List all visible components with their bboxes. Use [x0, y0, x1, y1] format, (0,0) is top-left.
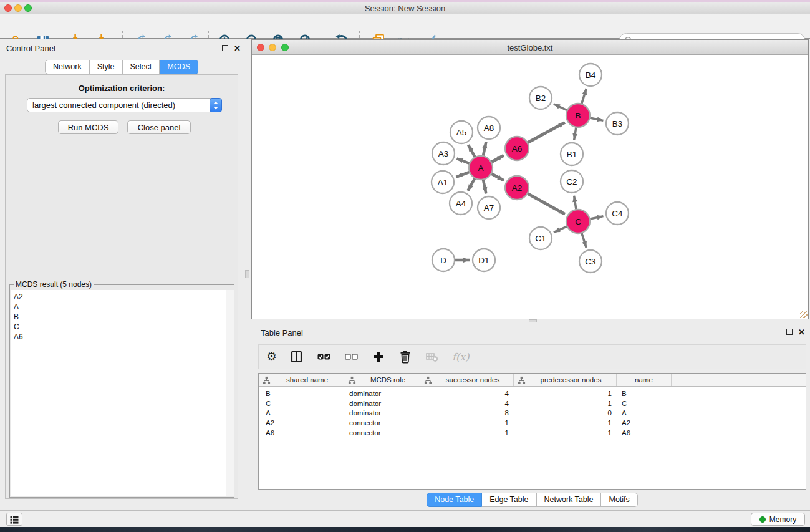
node-table[interactable]: shared nameMCDS rolesuccessor nodesprede…	[258, 373, 806, 490]
graph-node-C3[interactable]: C3	[579, 250, 602, 273]
table-row[interactable]: Cdominator41C	[259, 399, 806, 409]
graph-node-C[interactable]: C	[566, 210, 590, 233]
delete-column-icon[interactable]	[398, 350, 412, 364]
tab-network[interactable]: Network	[45, 60, 90, 74]
table-row[interactable]: Adominator80A	[259, 409, 806, 418]
table-row[interactable]: A2connector11A2	[259, 418, 806, 428]
close-panel-icon[interactable]: ✕	[234, 45, 241, 52]
tab-motifs[interactable]: Motifs	[601, 493, 637, 507]
graph-node-A5[interactable]: A5	[450, 121, 473, 143]
tab-style[interactable]: Style	[90, 60, 123, 74]
graph-edge-A-A8[interactable]	[483, 142, 486, 156]
mcds-result-list[interactable]: A2ABCA6	[11, 290, 233, 496]
tab-mcds[interactable]: MCDS	[160, 60, 198, 74]
graph-edge-B-B2[interactable]	[554, 104, 567, 110]
graph-node-A[interactable]: A	[469, 156, 493, 180]
add-column-icon[interactable]	[372, 350, 385, 364]
graph-edge-A-A7[interactable]	[483, 180, 486, 193]
column-header-predecessor-nodes[interactable]: predecessor nodes	[514, 374, 617, 386]
graph-node-C4[interactable]: C4	[606, 202, 629, 225]
splitter-handle[interactable]	[245, 270, 249, 278]
graph-node-A7[interactable]: A7	[478, 196, 500, 219]
graph-edge-B-B3[interactable]	[590, 118, 603, 120]
float-panel-icon[interactable]	[222, 45, 228, 51]
graph-edge-B-B1[interactable]	[574, 127, 576, 140]
table-row[interactable]: Bdominator41B	[259, 389, 806, 399]
svg-text:A4: A4	[456, 199, 466, 208]
mcds-tab-content: Optimization criterion: largest connecte…	[5, 74, 238, 499]
network-canvas[interactable]: ABCA2A6A1A3A4A5A7A8B1B2B3B4C1C2C3C4DD1	[252, 55, 808, 319]
graph-node-A8[interactable]: A8	[478, 117, 500, 139]
tab-network-table[interactable]: Network Table	[537, 493, 602, 507]
graph-edge-A-A4[interactable]	[468, 178, 475, 191]
deselect-all-icon[interactable]	[344, 350, 359, 364]
tab-node-table[interactable]: Node Table	[427, 493, 482, 507]
table-cell: 1	[420, 429, 514, 437]
graph-edge-B-B4[interactable]	[582, 89, 587, 104]
graph-node-B3[interactable]: B3	[606, 112, 629, 135]
control-panel-title: Control Panel	[6, 44, 55, 53]
close-panel-button[interactable]: Close panel	[127, 120, 191, 134]
graph-node-B4[interactable]: B4	[579, 64, 602, 86]
graph-node-D1[interactable]: D1	[473, 249, 495, 271]
splitter-handle[interactable]	[529, 319, 537, 322]
table-cell: C	[617, 400, 672, 407]
memory-label: Memory	[769, 515, 796, 524]
result-list-scrollbar[interactable]	[226, 290, 234, 496]
result-item[interactable]: C	[11, 322, 233, 332]
run-mcds-button[interactable]: Run MCDS	[58, 120, 118, 134]
graph-node-B1[interactable]: B1	[561, 143, 583, 165]
graph-node-B2[interactable]: B2	[529, 87, 552, 109]
graph-edge-C-C3[interactable]	[582, 233, 586, 248]
float-panel-icon[interactable]	[786, 329, 793, 335]
graph-node-D[interactable]: D	[432, 249, 455, 271]
column-visibility-icon[interactable]	[290, 350, 304, 364]
task-history-button[interactable]	[6, 513, 22, 526]
svg-text:A2: A2	[512, 183, 523, 193]
graph-node-A4[interactable]: A4	[450, 192, 472, 215]
window-resize-grip[interactable]	[800, 311, 808, 318]
table-settings-icon[interactable]: ⚙	[266, 351, 277, 363]
select-all-icon[interactable]	[317, 350, 331, 364]
graph-edge-A2-C[interactable]	[528, 193, 565, 214]
graph-edge-A-A5[interactable]	[468, 145, 475, 157]
function-builder-icon[interactable]: f(x)	[452, 351, 469, 363]
column-header-successor-nodes[interactable]: successor nodes	[420, 374, 514, 386]
criterion-select[interactable]: largest connected component (directed)	[27, 98, 222, 112]
column-header-mcds-role[interactable]: MCDS role	[344, 374, 420, 386]
optimization-criterion-label: Optimization criterion:	[6, 84, 238, 93]
network-window-titlebar[interactable]: testGlobe.txt	[252, 40, 808, 55]
control-panel: Control Panel ✕ NetworkStyleSelectMCDS O…	[0, 39, 243, 510]
column-header-name[interactable]: name	[617, 374, 672, 386]
table-cell: dominator	[344, 390, 420, 397]
column-header-shared-name[interactable]: shared name	[259, 374, 344, 386]
result-item[interactable]: A	[11, 302, 233, 312]
graph-edge-A-A1[interactable]	[456, 172, 470, 177]
graph-node-A3[interactable]: A3	[432, 142, 455, 165]
result-item[interactable]: B	[11, 312, 233, 322]
graph-edge-C-C2[interactable]	[574, 196, 576, 210]
graph-edge-C-C1[interactable]	[554, 226, 567, 233]
result-item[interactable]: A2	[11, 292, 233, 302]
tab-edge-table[interactable]: Edge Table	[482, 493, 536, 507]
graph-edge-C-C4[interactable]	[590, 216, 603, 219]
graph-edge-A-A6[interactable]	[491, 155, 504, 162]
task-list-icon	[9, 515, 19, 525]
graph-node-B[interactable]: B	[566, 104, 590, 127]
vertical-splitter[interactable]	[243, 39, 251, 510]
graph-node-C1[interactable]: C1	[529, 227, 552, 249]
graph-node-A6[interactable]: A6	[505, 137, 529, 160]
table-row[interactable]: A6connector11A6	[259, 428, 806, 438]
graph-edge-A6-B[interactable]	[528, 122, 565, 142]
status-bar: Memory	[0, 510, 810, 527]
graph-node-A1[interactable]: A1	[432, 171, 454, 193]
graph-edge-A-A2[interactable]	[491, 173, 504, 180]
graph-edge-A-A3[interactable]	[456, 158, 469, 163]
tab-select[interactable]: Select	[123, 60, 160, 74]
close-panel-icon[interactable]: ✕	[798, 329, 805, 336]
clear-table-icon[interactable]	[425, 350, 439, 364]
graph-node-C2[interactable]: C2	[561, 170, 583, 193]
graph-node-A2[interactable]: A2	[505, 176, 529, 200]
result-item[interactable]: A6	[11, 332, 233, 342]
memory-button[interactable]: Memory	[751, 513, 805, 526]
